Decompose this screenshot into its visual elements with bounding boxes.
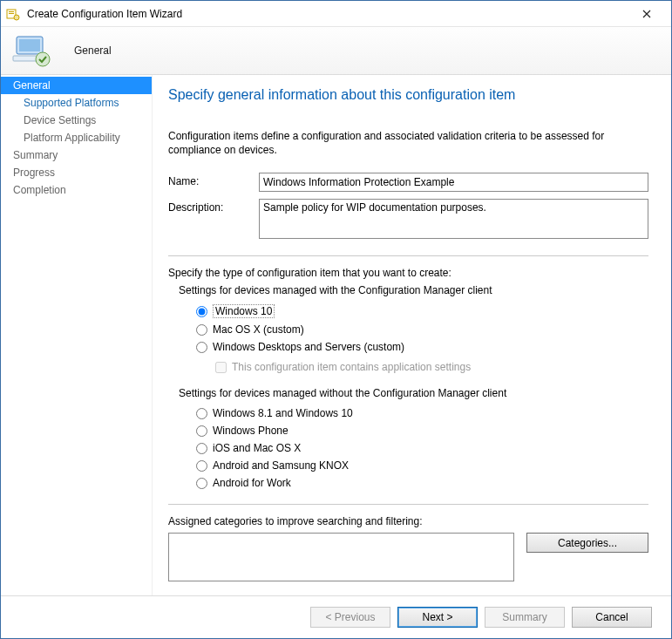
app-settings-checkbox <box>215 362 227 373</box>
close-button[interactable] <box>628 2 666 26</box>
sidebar-item-progress[interactable]: Progress <box>1 164 152 181</box>
svg-point-7 <box>36 52 50 66</box>
app-settings-label: This configuration item contains applica… <box>232 361 471 373</box>
radio-android-knox-label: Android and Samsung KNOX <box>213 459 349 472</box>
group-without-client-label: Settings for devices managed without the… <box>179 387 648 399</box>
type-label: Specify the type of configuration item t… <box>168 267 648 279</box>
radio-windows-phone[interactable]: Windows Phone <box>196 425 648 437</box>
group-with-client-label: Settings for devices managed with the Co… <box>179 284 648 296</box>
radio-win81-win10-input[interactable] <box>196 408 207 419</box>
radio-macosx-label: Mac OS X (custom) <box>213 323 304 336</box>
radio-android-knox-input[interactable] <box>196 460 207 472</box>
radio-win-desktops-servers[interactable]: Windows Desktops and Servers (custom) <box>196 341 648 353</box>
radio-ios-macosx-label: iOS and Mac OS X <box>213 442 301 454</box>
previous-button: < Previous <box>310 607 390 628</box>
sidebar: General Supported Platforms Device Setti… <box>1 75 153 595</box>
categories-list[interactable] <box>168 533 514 581</box>
radio-android-for-work[interactable]: Android for Work <box>196 477 648 489</box>
banner-title: General <box>74 44 112 57</box>
page-heading: Specify general information about this c… <box>168 87 648 103</box>
svg-rect-5 <box>19 39 40 51</box>
categories-label: Assigned categories to improve searching… <box>168 515 648 527</box>
computer-icon <box>11 33 53 68</box>
divider <box>168 255 648 256</box>
main-panel: Specify general information about this c… <box>153 75 671 595</box>
app-settings-checkbox-row: This configuration item contains applica… <box>215 361 648 373</box>
divider <box>168 504 648 505</box>
radio-windows-10-input[interactable] <box>196 306 207 317</box>
radio-windows-10-label: Windows 10 <box>213 304 275 318</box>
intro-text: Configuration items define a configurati… <box>168 129 648 157</box>
name-input[interactable] <box>259 173 648 192</box>
next-button[interactable]: Next > <box>397 607 478 628</box>
cancel-button[interactable]: Cancel <box>572 607 652 628</box>
wizard-window: Create Configuration Item Wizard General… <box>0 0 672 639</box>
sidebar-item-completion[interactable]: Completion <box>1 181 152 199</box>
banner: General <box>1 27 671 75</box>
radio-ios-macosx[interactable]: iOS and Mac OS X <box>196 442 648 454</box>
footer: < Previous Next > Summary Cancel <box>1 595 671 638</box>
radio-macosx-input[interactable] <box>196 324 207 336</box>
sidebar-item-device-settings[interactable]: Device Settings <box>1 112 152 129</box>
radio-windows-phone-label: Windows Phone <box>213 425 288 437</box>
radio-android-for-work-label: Android for Work <box>213 477 291 489</box>
radio-android-for-work-input[interactable] <box>196 478 207 489</box>
window-title: Create Configuration Item Wizard <box>27 8 628 20</box>
radio-win-desktops-servers-input[interactable] <box>196 342 207 353</box>
radio-win81-win10[interactable]: Windows 8.1 and Windows 10 <box>196 407 648 419</box>
sidebar-item-summary[interactable]: Summary <box>1 146 152 164</box>
radio-windows-phone-input[interactable] <box>196 425 207 437</box>
titlebar: Create Configuration Item Wizard <box>1 1 671 27</box>
radio-win81-win10-label: Windows 8.1 and Windows 10 <box>213 407 353 419</box>
svg-rect-1 <box>9 11 14 12</box>
app-icon <box>6 7 20 21</box>
radio-android-knox[interactable]: Android and Samsung KNOX <box>196 459 648 472</box>
radio-win-desktops-servers-label: Windows Desktops and Servers (custom) <box>213 341 404 353</box>
sidebar-item-supported-platforms[interactable]: Supported Platforms <box>1 94 152 112</box>
name-label: Name: <box>168 173 259 187</box>
sidebar-item-general[interactable]: General <box>1 77 152 94</box>
radio-windows-10[interactable]: Windows 10 <box>196 304 648 318</box>
categories-button[interactable]: Categories... <box>526 533 648 553</box>
summary-button: Summary <box>485 607 565 628</box>
description-label: Description: <box>168 199 259 214</box>
svg-rect-2 <box>9 13 14 14</box>
description-input[interactable]: Sample policy for WIP documentation purp… <box>259 199 648 239</box>
svg-point-3 <box>14 15 19 20</box>
body: General Supported Platforms Device Setti… <box>1 75 671 595</box>
sidebar-item-platform-applicability[interactable]: Platform Applicability <box>1 129 152 146</box>
radio-ios-macosx-input[interactable] <box>196 443 207 454</box>
radio-macosx[interactable]: Mac OS X (custom) <box>196 323 648 336</box>
